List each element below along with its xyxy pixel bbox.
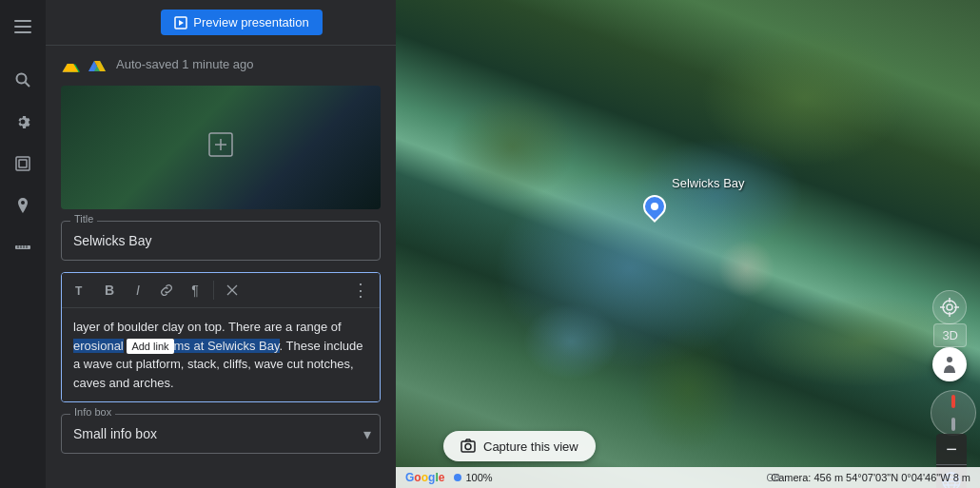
location-button[interactable] — [4, 186, 42, 224]
top-bar: Preview presentation — [46, 0, 396, 46]
svg-rect-5 — [16, 157, 29, 170]
street-view-button[interactable] — [932, 347, 967, 381]
map-background: Selwicks Bay 3D — [396, 0, 980, 488]
svg-text:T: T — [75, 284, 83, 297]
svg-rect-2 — [14, 31, 31, 33]
editor-toolbar: T B I ¶ ⋮ — [62, 273, 380, 308]
add-view-icon[interactable] — [207, 131, 234, 164]
compass-north — [951, 395, 955, 408]
gb-label: GB — [767, 473, 780, 483]
camera-info: Camera: 456 m 54°07'03"N 0°04'46"W 8 m — [771, 472, 970, 483]
bold-button[interactable]: B — [96, 277, 123, 303]
back-button[interactable] — [53, 6, 88, 40]
capture-label: Capture this view — [483, 439, 578, 454]
title-field-group: Title — [61, 221, 381, 261]
zoom-in-button[interactable]: − — [936, 434, 967, 464]
clear-format-button[interactable] — [219, 277, 245, 303]
editor-highlight-1: erosional — [73, 339, 124, 353]
editor-content[interactable]: layer of boulder clay on top. There are … — [62, 308, 380, 401]
locate-me-button[interactable] — [932, 290, 967, 324]
capture-view-button[interactable]: Capture this view — [443, 431, 596, 461]
infobox-label: Info box — [70, 406, 115, 418]
google-logo: Google — [405, 471, 444, 484]
italic-button[interactable]: I — [125, 277, 151, 303]
icon-bar — [0, 0, 46, 488]
title-input[interactable] — [61, 221, 381, 261]
autosave-text: Auto-saved 1 minute ago — [116, 57, 254, 71]
svg-rect-0 — [14, 20, 31, 22]
settings-button[interactable] — [4, 103, 42, 141]
more-options-button[interactable]: ⋮ — [347, 277, 374, 303]
frame-button[interactable] — [4, 145, 42, 183]
preview-button[interactable]: Preview presentation — [161, 10, 322, 35]
svg-rect-33 — [461, 441, 475, 452]
zoom-level-text: 100% — [465, 472, 492, 483]
editor-highlight-2: ms at Selwicks Bay — [174, 339, 280, 353]
svg-marker-13 — [179, 20, 184, 26]
autosave-bar: Auto-saved 1 minute ago — [46, 46, 396, 82]
svg-rect-1 — [14, 26, 31, 28]
3d-button[interactable]: 3D — [933, 323, 967, 347]
svg-point-27 — [943, 301, 956, 314]
link-button[interactable] — [153, 277, 180, 303]
land-overlay — [396, 0, 980, 488]
capture-icon — [461, 439, 476, 454]
map-thumbnail — [61, 86, 381, 209]
paragraph-button[interactable]: ¶ — [182, 277, 208, 303]
editor-text-before: layer of boulder clay on top. There are … — [73, 320, 342, 334]
side-panel: Preview presentation Auto-saved — [46, 0, 396, 488]
location-pin[interactable] — [643, 195, 670, 222]
toolbar-divider — [213, 281, 214, 300]
google-drive-icon — [88, 56, 107, 72]
search-button[interactable] — [4, 61, 42, 99]
svg-point-22 — [947, 304, 952, 310]
text-editor[interactable]: T B I ¶ ⋮ layer of boulder clay on top. … — [61, 272, 381, 402]
svg-point-21 — [947, 357, 952, 362]
svg-line-4 — [26, 83, 30, 88]
location-label: Selwicks Bay — [672, 176, 745, 190]
menu-button[interactable] — [4, 8, 42, 46]
svg-point-34 — [465, 444, 471, 450]
drive-icon — [61, 55, 80, 72]
title-label: Title — [70, 213, 97, 224]
preview-label: Preview presentation — [193, 15, 308, 29]
ruler-button[interactable] — [4, 228, 42, 266]
map-bottom-bar: Google 100% GB Camera: 456 m 54°07'03"N … — [396, 467, 980, 488]
svg-rect-7 — [15, 245, 30, 249]
compass-south — [951, 418, 955, 431]
compass[interactable] — [931, 390, 972, 432]
map-area[interactable]: Selwicks Bay 3D — [396, 0, 980, 488]
infobox-group: Info box Small info box Large info box N… — [61, 414, 381, 454]
format-text-button[interactable]: T — [68, 277, 94, 303]
zoom-dot — [454, 474, 461, 481]
preview-icon — [174, 16, 187, 29]
water-overlay — [396, 0, 980, 488]
infobox-select[interactable]: Small info box Large info box No info bo… — [61, 414, 381, 454]
svg-rect-6 — [19, 160, 27, 167]
add-link-tooltip[interactable]: Add link — [127, 339, 173, 354]
svg-point-3 — [17, 74, 27, 84]
zoom-percentage[interactable]: 100% — [454, 472, 492, 483]
